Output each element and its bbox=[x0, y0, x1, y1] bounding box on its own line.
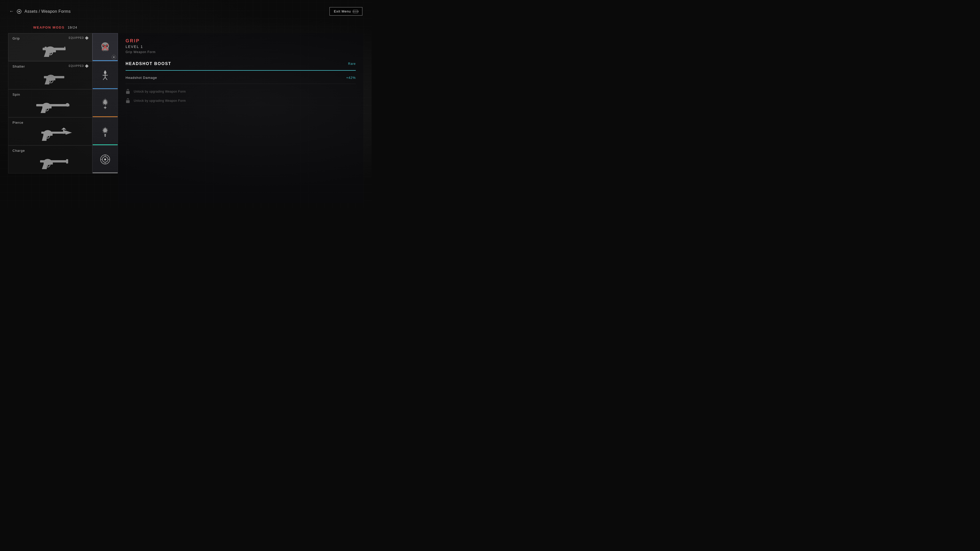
breadcrumb: Assets / Weapon Forms bbox=[24, 9, 71, 14]
mod-slot-1[interactable] bbox=[92, 33, 118, 61]
perk-header: HEADSHOT BOOST Rare bbox=[126, 62, 356, 66]
svg-marker-53 bbox=[104, 135, 106, 137]
weapon-name-spin: Spin bbox=[13, 93, 20, 97]
weapon-item-pierce[interactable]: Pierce bbox=[8, 118, 92, 145]
keyboard-icon bbox=[353, 10, 358, 13]
weapon-image-charge bbox=[13, 153, 88, 171]
gun-svg-charge bbox=[27, 154, 73, 170]
perk-divider bbox=[126, 70, 356, 71]
svg-rect-30 bbox=[66, 159, 68, 164]
locked-perk-1: Unlock by upgrading Weapon Form bbox=[126, 89, 356, 94]
ui-container: ← Assets / Weapon Forms Exit Menu WEAPON… bbox=[0, 0, 372, 208]
svg-rect-5 bbox=[50, 51, 51, 54]
perk-stat-name: Headshot Damage bbox=[126, 76, 157, 79]
mod-slot-2[interactable] bbox=[92, 61, 118, 89]
detail-panel: GRIP LEVEL 1 Grip Weapon Form HEADSHOT B… bbox=[118, 33, 363, 203]
mod-indicator-2 bbox=[93, 88, 118, 89]
svg-rect-38 bbox=[105, 50, 106, 51]
svg-rect-17 bbox=[46, 107, 47, 110]
lock-icon-1 bbox=[126, 89, 130, 94]
equipped-label-shatter: EQUIPPED bbox=[68, 65, 84, 67]
detail-level: LEVEL 1 bbox=[126, 44, 356, 49]
mod-indicator-5 bbox=[93, 172, 118, 173]
close-icon bbox=[113, 56, 115, 59]
top-nav: ← Assets / Weapon Forms Exit Menu bbox=[9, 7, 363, 16]
svg-marker-48 bbox=[102, 98, 108, 106]
equipped-badge-grip: EQUIPPED bbox=[68, 37, 88, 39]
detail-subtitle: Grip Weapon Form bbox=[126, 50, 356, 54]
explode-down-icon bbox=[100, 126, 111, 137]
skull-x-icon bbox=[99, 41, 111, 54]
main-content: Grip EQUIPPED bbox=[8, 33, 363, 203]
svg-rect-14 bbox=[36, 104, 69, 106]
mod-slot-3[interactable] bbox=[92, 89, 118, 118]
detail-title: GRIP bbox=[126, 38, 356, 44]
locked-perk-text-1: Unlock by upgrading Weapon Form bbox=[134, 90, 186, 94]
gun-svg-pierce bbox=[26, 125, 75, 143]
diamond-icon-shatter bbox=[85, 64, 89, 68]
lock-shackle-1 bbox=[127, 89, 129, 91]
lock-body-1 bbox=[126, 91, 130, 94]
gun-svg-spin bbox=[26, 98, 75, 114]
weapon-image-shatter bbox=[13, 69, 88, 87]
svg-point-61 bbox=[105, 159, 106, 160]
svg-rect-37 bbox=[103, 50, 104, 51]
mod-slot-5[interactable] bbox=[92, 145, 118, 173]
weapon-item-shatter[interactable]: Shatter EQUIPPED bbox=[8, 61, 92, 89]
nav-circle-icon bbox=[17, 9, 21, 14]
mod-indicator-4 bbox=[93, 144, 118, 145]
svg-line-45 bbox=[103, 77, 105, 80]
weapon-item-charge[interactable]: Charge bbox=[8, 145, 92, 173]
perk-stat-value: +42% bbox=[346, 76, 356, 79]
gun-svg-shatter bbox=[30, 70, 71, 86]
weapon-image-pierce bbox=[13, 125, 88, 143]
gun-svg-grip bbox=[30, 42, 71, 57]
nav-left: ← Assets / Weapon Forms bbox=[9, 9, 71, 14]
perk-rarity: Rare bbox=[348, 62, 356, 65]
weapon-mods-count: 19/24 bbox=[68, 25, 77, 29]
equipped-label-grip: EQUIPPED bbox=[68, 37, 84, 39]
diamond-icon-grip bbox=[85, 36, 89, 40]
lock-icon-2 bbox=[126, 98, 130, 103]
exit-menu-button[interactable]: Exit Menu bbox=[329, 7, 363, 16]
svg-rect-13 bbox=[50, 79, 51, 82]
weapon-name-pierce: Pierce bbox=[13, 121, 24, 124]
weapon-image-grip bbox=[13, 41, 88, 59]
mod-slot-4[interactable] bbox=[92, 118, 118, 145]
lock-body-2 bbox=[126, 100, 130, 103]
mod-icon-2 bbox=[99, 69, 111, 82]
weapon-name-shatter: Shatter bbox=[13, 65, 25, 68]
mods-column bbox=[92, 33, 118, 203]
back-button[interactable]: ← bbox=[9, 9, 14, 14]
svg-marker-51 bbox=[102, 127, 108, 133]
svg-rect-3 bbox=[45, 47, 47, 50]
svg-marker-52 bbox=[104, 134, 106, 135]
svg-line-46 bbox=[105, 77, 107, 80]
svg-marker-47 bbox=[104, 70, 106, 72]
locked-perk-2: Unlock by upgrading Weapon Form bbox=[126, 98, 356, 103]
lock-shackle-2 bbox=[127, 98, 129, 100]
weapon-name-charge: Charge bbox=[13, 149, 25, 152]
weapon-name-grip: Grip bbox=[13, 37, 20, 40]
svg-rect-29 bbox=[47, 163, 48, 166]
weapon-item-grip[interactable]: Grip EQUIPPED bbox=[8, 33, 92, 61]
perk-name: HEADSHOT BOOST bbox=[126, 62, 171, 66]
remove-mod-button[interactable] bbox=[111, 55, 116, 59]
explode-plus-icon bbox=[100, 98, 111, 109]
weapon-mods-header: WEAPON MODS 19/24 bbox=[33, 25, 77, 29]
perk-stat: Headshot Damage +42% bbox=[126, 76, 356, 84]
svg-rect-39 bbox=[107, 50, 107, 51]
mod-icon-4 bbox=[99, 125, 111, 138]
exit-menu-label: Exit Menu bbox=[334, 10, 351, 13]
mod-icon-1 bbox=[99, 41, 111, 54]
crosshair-up-icon bbox=[100, 70, 111, 81]
locked-perk-text-2: Unlock by upgrading Weapon Form bbox=[134, 99, 186, 103]
svg-rect-18 bbox=[65, 103, 69, 106]
mod-icon-3 bbox=[99, 97, 111, 110]
svg-rect-4 bbox=[64, 47, 65, 48]
svg-point-42 bbox=[104, 71, 107, 74]
svg-rect-24 bbox=[47, 135, 48, 138]
weapon-image-spin bbox=[13, 97, 88, 115]
mod-icon-5 bbox=[99, 153, 111, 166]
weapon-item-spin[interactable]: Spin bbox=[8, 89, 92, 118]
